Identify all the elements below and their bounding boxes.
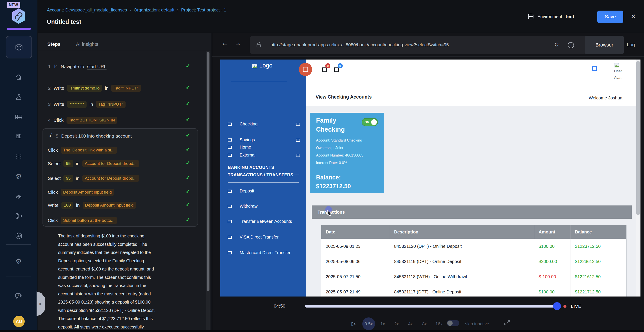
speed-2x[interactable]: 2x	[394, 321, 399, 326]
steps-scrollbar-thumb[interactable]	[206, 52, 210, 291]
user-avatar[interactable]: AU	[13, 316, 25, 327]
playback-progress-bar[interactable]	[305, 305, 554, 307]
step-verb: Click	[48, 218, 58, 223]
menu-toggle-button[interactable]	[299, 63, 312, 76]
tab-browser[interactable]: Browser	[585, 36, 624, 54]
cell-description: 845321119 (DPT) - Online Deposit	[390, 254, 534, 269]
speed-4x[interactable]: 4x	[408, 321, 413, 326]
tab-ai-insights[interactable]: AI insights	[76, 42, 98, 47]
fullscreen-icon[interactable]	[504, 319, 510, 326]
nav-item-home[interactable]: Home	[228, 145, 251, 150]
brand-logo-icon[interactable]	[12, 8, 26, 24]
close-icon[interactable]: ✕	[631, 13, 636, 20]
bank-logo[interactable]: Logo	[252, 62, 272, 69]
rail-divider	[6, 244, 31, 245]
save-button[interactable]: Save	[597, 11, 623, 23]
table-header-row: Date Description Amount Balance	[321, 225, 626, 239]
sidebar-item-admin-settings[interactable]: ⚙	[15, 257, 22, 265]
nav-right-square-icon[interactable]	[296, 123, 300, 126]
substep-row-5[interactable]: Write 100 in Deposit Amount input field	[48, 201, 136, 209]
url-bar[interactable]: http://stage.dbank.prod-apps.relicx.ai:8…	[250, 36, 586, 54]
step-row-2[interactable]: 2 Write jsmith@demo.io in Tag="INPUT"	[47, 84, 141, 92]
info-icon[interactable]: i	[568, 42, 574, 48]
panel-divider	[212, 33, 212, 332]
nav-item-transfer[interactable]: Transfer Between Accounts	[228, 219, 292, 224]
sidebar-item-runs[interactable]	[15, 133, 22, 140]
nav-right-square-icon[interactable]	[296, 139, 300, 142]
nav-square-icon	[228, 123, 232, 126]
value-badge: *********	[67, 101, 87, 108]
sidebar-item-integrations[interactable]	[15, 232, 22, 240]
element-badge: Submit button at the botto...	[61, 217, 117, 224]
sidebar-item-suites[interactable]	[15, 113, 22, 121]
sidebar-item-lab[interactable]	[15, 93, 22, 101]
substep-row-1[interactable]: Click The 'Deposit' link with a si...	[48, 146, 117, 154]
environment-selector[interactable]: Environment test	[528, 13, 574, 20]
nav-square-icon	[228, 190, 232, 193]
substep-row-6[interactable]: Click Submit button at the botto...	[48, 216, 117, 224]
sidebar-item-pipeline[interactable]	[15, 212, 22, 220]
substep-row-4[interactable]: Click Deposit Amount input field	[48, 188, 114, 196]
playback-thumb[interactable]	[553, 302, 561, 310]
nav-item-deposit[interactable]: Deposit	[228, 188, 254, 194]
bank-sidebar	[220, 60, 306, 296]
nav-item-withdraw[interactable]: Withdraw	[228, 204, 258, 209]
nav-right-square-icon[interactable]	[296, 154, 300, 157]
transactions-header-bar[interactable]: Transactions	[312, 205, 632, 219]
step-success-icon: ✓	[186, 201, 190, 208]
step-row-5-group[interactable]: ✦✦ 5 Deposit 100 into checking account	[48, 132, 132, 140]
step-verb: Click	[48, 147, 58, 153]
step-number: 1	[47, 64, 51, 69]
account-ownership: Ownership: Joint	[316, 146, 343, 150]
step-verb: Write	[54, 102, 64, 107]
url-text[interactable]: http://stage.dbank.prod-apps.relicx.ai:8…	[270, 42, 449, 47]
substep-row-2[interactable]: Select 95 in Account for Deposit dropd..…	[48, 160, 139, 168]
notification-icon[interactable]	[322, 68, 327, 72]
skip-inactive-toggle[interactable]	[447, 320, 459, 326]
back-icon[interactable]: ←	[221, 39, 228, 47]
tab-log[interactable]: Log	[627, 42, 635, 48]
step-conj: in	[76, 176, 80, 181]
nav-item-checking[interactable]: Checking	[228, 122, 258, 127]
sidebar-divider	[228, 182, 299, 183]
account-toggle-on[interactable]: ON	[362, 118, 378, 126]
user-avatar-broken[interactable]: User Avat	[614, 63, 622, 81]
nav-item-external[interactable]: External	[228, 153, 256, 158]
home-icon	[15, 74, 22, 81]
breadcrumb-project[interactable]: Project: Test project - 1	[181, 8, 226, 13]
toggle-knob	[447, 320, 452, 326]
breadcrumb-account[interactable]: Account: Devspace_all_module_licenses	[47, 8, 127, 13]
speed-8x[interactable]: 8x	[422, 321, 427, 326]
sidebar-item-help[interactable]: ?	[15, 292, 22, 300]
sidebar-item-explore[interactable]	[15, 192, 22, 200]
step-row-1[interactable]: 1 ⚐ Navigate to start URL	[47, 63, 106, 71]
nav-item-mastercard-transfer[interactable]: Mastercard Direct Transfer	[228, 250, 290, 255]
app-scrollbar-thumb[interactable]	[636, 61, 640, 215]
welcome-text: Welcome Joshua	[589, 96, 622, 101]
nav-item-visa-transfer[interactable]: VISA Direct Transfer	[228, 235, 278, 240]
step-row-4[interactable]: 4 Click Tag="BUTTON" SIGN IN	[47, 116, 118, 124]
sidebar-item-settings[interactable]: ⚙	[15, 173, 22, 180]
step-verb: Write	[54, 86, 64, 91]
speed-1x[interactable]: 1x	[380, 321, 385, 326]
sidebar-item-tests-active[interactable]	[6, 36, 32, 59]
cube-icon	[15, 43, 23, 51]
message-icon[interactable]	[334, 68, 339, 72]
nav-section-banking: BANKING ACCOUNTS	[228, 165, 274, 170]
substep-row-3[interactable]: Select 95 in Account for Deposit dropd..…	[48, 174, 139, 182]
nav-item-savings[interactable]: Savings	[228, 137, 255, 142]
forward-icon[interactable]: →	[234, 39, 241, 47]
tab-steps[interactable]: Steps	[47, 42, 60, 47]
speed-16x[interactable]: 16x	[436, 321, 442, 326]
sidebar-item-home[interactable]	[15, 73, 22, 81]
play-icon[interactable]: ▷	[352, 320, 356, 327]
refresh-icon[interactable]: ↻	[554, 42, 559, 48]
sidebar-item-list[interactable]	[15, 153, 22, 160]
step-success-icon: ✓	[186, 174, 190, 181]
speed-0.5x[interactable]: 0.5x	[362, 317, 375, 330]
step-success-icon: ✓	[186, 84, 190, 91]
start-url-link[interactable]: start URL	[87, 64, 106, 69]
breadcrumb-organization[interactable]: Organization: default	[134, 8, 174, 13]
header-square-icon[interactable]	[592, 66, 597, 71]
step-row-3[interactable]: 3 Write ********* in Tag="INPUT"	[47, 100, 126, 108]
